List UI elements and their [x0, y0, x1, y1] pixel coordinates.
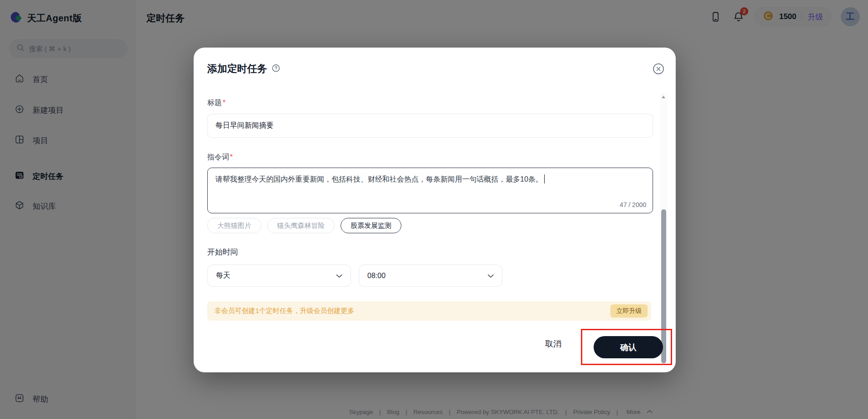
- title-input[interactable]: [207, 114, 653, 138]
- text-cursor: [544, 174, 545, 183]
- chip-owl-forest-adventure[interactable]: 猫头鹰森林冒险: [267, 218, 335, 233]
- prompt-textarea[interactable]: 请帮我整理今天的国内外重要新闻，包括科技、财经和社会热点，每条新闻用一句话概括，…: [207, 168, 653, 213]
- chevron-down-icon: [336, 272, 342, 280]
- chevron-down-icon: [488, 272, 494, 280]
- banner-text: 非会员可创建1个定时任务，升级会员创建更多: [215, 307, 354, 315]
- close-icon[interactable]: [652, 63, 665, 77]
- scrollbar-down-arrow[interactable]: [662, 321, 665, 323]
- required-marker: *: [223, 99, 225, 106]
- add-task-modal: 添加定时任务 标题* 指令词* 请帮我整理今天的国内外重要新闻，包括科技、财经和…: [194, 48, 676, 372]
- required-marker: *: [230, 153, 233, 161]
- help-circle-icon[interactable]: [272, 64, 280, 74]
- membership-banner: 非会员可创建1个定时任务，升级会员创建更多 立即升级: [207, 301, 651, 321]
- frequency-select[interactable]: 每天: [207, 265, 351, 287]
- scrollbar-thumb[interactable]: [661, 209, 666, 363]
- prompt-text: 请帮我整理今天的国内外重要新闻，包括科技、财经和社会热点，每条新闻用一句话概括，…: [215, 175, 543, 183]
- confirm-button[interactable]: 确认: [594, 336, 663, 358]
- suggestion-chips: 大熊猫图片 猫头鹰森林冒险 股票发展监测: [207, 218, 401, 233]
- modal-title: 添加定时任务: [207, 62, 267, 76]
- start-time-label: 开始时间: [207, 247, 238, 257]
- chip-stock-monitoring[interactable]: 股票发展监测: [341, 218, 401, 233]
- cancel-button[interactable]: 取消: [545, 338, 561, 349]
- time-value: 08:00: [367, 272, 385, 280]
- title-field-label: 标题*: [207, 98, 225, 108]
- time-select[interactable]: 08:00: [359, 265, 502, 287]
- scrollbar-up-arrow[interactable]: [662, 96, 665, 98]
- char-counter: 47 / 2000: [620, 200, 646, 210]
- upgrade-now-button[interactable]: 立即升级: [610, 304, 648, 318]
- chip-panda-images[interactable]: 大熊猫图片: [207, 218, 261, 233]
- prompt-field-label: 指令词*: [207, 153, 233, 162]
- frequency-value: 每天: [216, 271, 230, 280]
- app-root: 天工Agent版 首页 新建项目: [0, 0, 868, 419]
- modal-scrollbar[interactable]: [660, 93, 668, 326]
